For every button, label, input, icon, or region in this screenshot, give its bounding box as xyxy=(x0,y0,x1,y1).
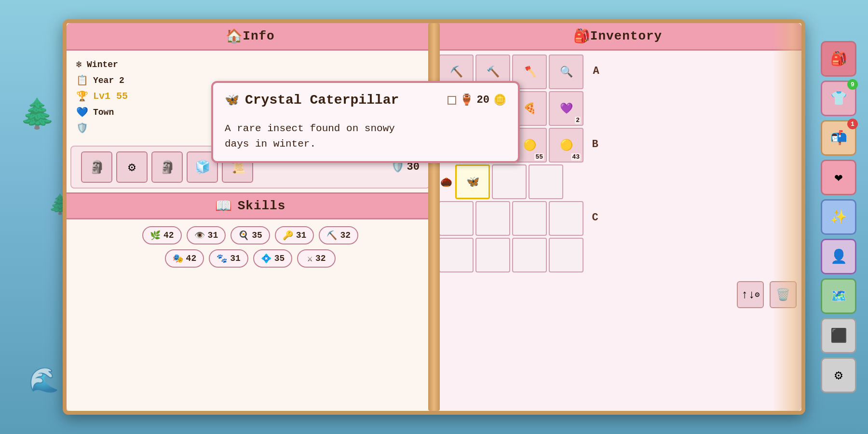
inv-c1-1[interactable] xyxy=(439,201,474,236)
inv-c1-4[interactable] xyxy=(549,201,583,236)
level-icon: 🏆 xyxy=(76,90,88,102)
inv-acorn-group: 🌰 🦋 xyxy=(439,164,490,199)
tooltip-checkbox[interactable] xyxy=(448,96,456,105)
skill-farming-icon: 🌿 xyxy=(150,230,161,241)
trash-icon: 🗑️ xyxy=(776,288,790,302)
sort-icon-2: ⚙️ xyxy=(755,290,760,299)
skill-diamond-value: 35 xyxy=(274,254,285,263)
equip-slot-2[interactable]: ⚙️ xyxy=(116,151,148,183)
tooltip-item-icon: 🦋 xyxy=(225,93,239,107)
tooltip-price-row: 🏺 20 🪙 xyxy=(448,94,506,107)
skill-cooking-value: 35 xyxy=(252,231,262,240)
tooltip-popup: 🦋 Crystal Caterpillar 🏺 20 🪙 A rare inse… xyxy=(211,81,520,163)
main-book: 🏠 Info ❄️ Winter 📋 Year 2 🏆 Lv1 55 xyxy=(63,19,805,415)
inv-slot-heart-purple[interactable]: 💜 2 xyxy=(549,91,583,126)
skill-cooking-icon: 🍳 xyxy=(238,230,249,241)
skill-vision[interactable]: 👁️ 31 xyxy=(187,226,226,244)
level-value: Lv1 55 xyxy=(93,91,128,102)
sort-button[interactable]: ↑↓ ⚙️ xyxy=(737,281,764,308)
label-c: C xyxy=(585,201,605,224)
sidebar-heart-button[interactable]: ❤️ xyxy=(821,160,856,195)
trash-button[interactable]: 🗑️ xyxy=(770,281,797,308)
sidebar-extra-button[interactable]: ⬛ xyxy=(821,318,856,353)
game-background: 🌲 🌲 🌲 🌊 ❄️ 🏠 Info ❄️ Winter 📋 Year 2 xyxy=(0,0,868,434)
skill-charm-icon: 🎭 xyxy=(173,253,183,264)
inv-c1-3[interactable] xyxy=(512,201,547,236)
skills-grid: 🌿 42 👁️ 31 🍳 35 🔑 31 xyxy=(67,219,434,274)
inv-slot-gold43[interactable]: 🟡 43 xyxy=(549,128,583,163)
inv-c1-2[interactable] xyxy=(475,201,510,236)
sort-icon: ↑↓ xyxy=(741,288,755,301)
equip-slot-3[interactable]: 🗿 xyxy=(151,151,183,183)
skills-icon: 📖 xyxy=(215,198,232,214)
sidebar-settings-button[interactable]: ⚙️ xyxy=(821,357,856,393)
info-header-icon: 🏠 xyxy=(226,28,243,44)
inv-slot-magnifier[interactable]: 🔍 xyxy=(549,54,583,89)
inv-c2-2[interactable] xyxy=(475,238,510,272)
mail-badge: 1 xyxy=(847,119,858,129)
skill-farming-value: 42 xyxy=(163,231,174,240)
skill-charm-value: 42 xyxy=(186,254,197,263)
skill-key-value: 31 xyxy=(296,231,307,240)
inv-row-c-container: C xyxy=(439,201,797,272)
skill-mining-value: 32 xyxy=(340,231,351,240)
year-value: Year 2 xyxy=(93,76,124,85)
tooltip-title-row: 🦋 Crystal Caterpillar 🏺 20 🪙 xyxy=(225,93,506,113)
skill-diamond[interactable]: 💠 35 xyxy=(253,249,293,268)
inv-c2-3[interactable] xyxy=(512,238,547,272)
skill-key-icon: 🔑 xyxy=(283,230,293,241)
inv-row-c-slots xyxy=(439,201,583,272)
sidebar-clothes-button[interactable]: 👕 9 xyxy=(821,81,856,116)
acorn-icon: 🌰 xyxy=(439,176,453,188)
inventory-header-icon: 🎒 xyxy=(573,28,590,44)
skill-tracking[interactable]: 🐾 31 xyxy=(209,249,248,268)
sidebar-character-button[interactable]: 👤 xyxy=(821,239,856,274)
town-icon: 💙 xyxy=(76,106,88,118)
skill-charm[interactable]: 🎭 42 xyxy=(165,249,204,268)
skill-mining-icon: ⛏️ xyxy=(326,230,337,241)
skill-sword-icon: ⚔️ xyxy=(307,253,312,264)
skills-row-1: 🌿 42 👁️ 31 🍳 35 🔑 31 xyxy=(76,226,424,244)
town-value: Town xyxy=(93,108,114,117)
info-header: 🏠 Info xyxy=(67,23,434,51)
tooltip-description: A rare insect found on snowydays in wint… xyxy=(225,121,506,151)
shield-icon: 🛡️ xyxy=(76,122,88,134)
season-icon: ❄️ xyxy=(76,58,82,70)
sidebar-map-button[interactable]: 🗺️ xyxy=(821,278,856,314)
skills-title: Skills xyxy=(238,199,286,213)
tooltip-currency-icon: 🪙 xyxy=(493,94,506,107)
clothes-badge: 9 xyxy=(847,79,858,90)
skills-header: 📖 Skills xyxy=(67,192,434,219)
skill-farming[interactable]: 🌿 42 xyxy=(142,226,182,244)
season-value: Winter xyxy=(87,60,118,69)
inv-c2-1[interactable] xyxy=(439,238,474,272)
sidebar-bag-button[interactable]: 🎒 xyxy=(821,41,856,77)
inv-row-c1 xyxy=(439,201,583,236)
skill-cooking[interactable]: 🍳 35 xyxy=(231,226,270,244)
skill-mining[interactable]: ⛏️ 32 xyxy=(319,226,358,244)
inv-b-empty-2[interactable] xyxy=(529,164,563,199)
inv-slot-caterpillar[interactable]: 🦋 xyxy=(455,164,490,199)
sidebar-mail-button[interactable]: 📬 1 xyxy=(821,120,856,156)
skill-tracking-value: 31 xyxy=(230,254,241,263)
skill-sword-value: 32 xyxy=(315,254,326,263)
skill-vision-value: 31 xyxy=(208,231,218,240)
inv-row-b2: 🌰 🦋 xyxy=(439,164,583,199)
inventory-header: 🎒 Inventory xyxy=(434,23,801,51)
inv-controls: ↑↓ ⚙️ 🗑️ xyxy=(434,276,801,313)
year-icon: 📋 xyxy=(76,74,88,86)
skill-diamond-icon: 💠 xyxy=(261,253,271,264)
skill-sword[interactable]: ⚔️ 32 xyxy=(297,249,336,268)
tooltip-chest-icon: 🏺 xyxy=(460,94,473,107)
inv-b-empty-1[interactable] xyxy=(492,164,527,199)
label-a: A xyxy=(586,54,606,77)
skill-vision-icon: 👁️ xyxy=(194,230,205,241)
heart-purple-count: 2 xyxy=(575,117,581,124)
sidebar-sparkle-button[interactable]: ✨ xyxy=(821,199,856,235)
tooltip-price: 20 xyxy=(477,94,489,106)
skill-tracking-icon: 🐾 xyxy=(217,253,227,264)
tooltip-item-name: Crystal Caterpillar xyxy=(245,93,399,108)
equip-slot-1[interactable]: 🗿 xyxy=(81,151,112,183)
skill-key[interactable]: 🔑 31 xyxy=(275,226,314,244)
inv-c2-4[interactable] xyxy=(549,238,583,272)
